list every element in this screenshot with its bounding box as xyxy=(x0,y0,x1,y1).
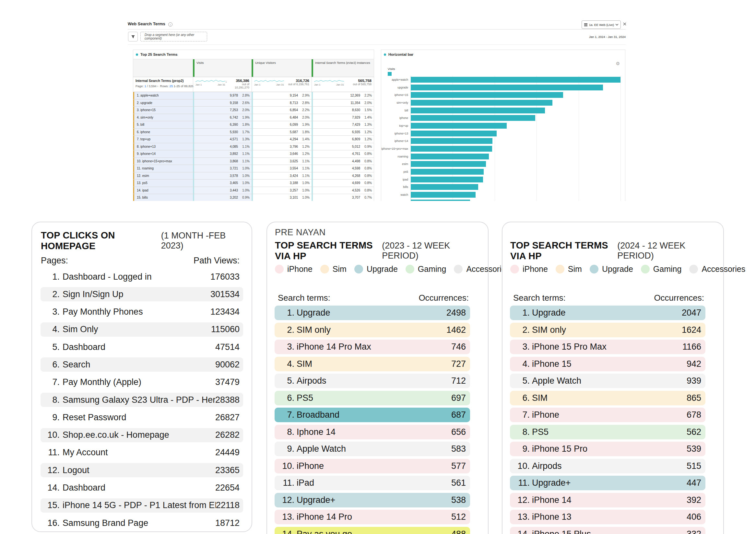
metric-pct: 1.0% xyxy=(238,166,250,170)
search-terms-list: 1.Upgrade20472.SIM only16243.iPhone 15 P… xyxy=(510,306,705,534)
legend-item: Sim xyxy=(556,265,582,274)
list-item: 9.Reset Password26827 xyxy=(40,410,243,424)
table-row[interactable]: 7. top+up4,5711.3%4,2941.4%6,8091.2% xyxy=(133,136,374,143)
column-header-instances[interactable]: Internal Search Terms (eVar2) Instances xyxy=(311,59,374,77)
visits-bar[interactable] xyxy=(411,154,489,160)
search-terms-list: 1.Upgrade24982.SIM only14623.iPhone 14 P… xyxy=(275,306,470,534)
visits-bar[interactable] xyxy=(411,123,507,129)
table-row[interactable]: 2. upgrade9,1582.6%8,7132.8%11,3542.0% xyxy=(133,99,374,107)
column-header-unique-visitors[interactable]: Unique Visitors xyxy=(252,59,311,77)
occurrences-value: 712 xyxy=(451,376,466,386)
legend-item: Upgrade xyxy=(354,265,398,274)
chart-bar-row: sim+only xyxy=(381,99,622,107)
column-header-visits[interactable]: Visits xyxy=(193,59,252,77)
table-row[interactable]: 12. esim3,5781.0%3,4241.1%4,2680.8% xyxy=(133,172,374,180)
accessories-legend-dot xyxy=(454,265,463,273)
metric-pct: 1.8% xyxy=(298,130,310,134)
page-current-link[interactable]: 1 xyxy=(144,84,146,88)
visits-bar[interactable] xyxy=(411,115,535,121)
bar-label: bill xyxy=(381,109,408,112)
visits-bar[interactable] xyxy=(411,146,492,152)
page-label: Reset Password xyxy=(63,413,215,422)
rank: 7. xyxy=(44,377,60,387)
gear-icon[interactable]: ⚙ xyxy=(616,61,620,66)
bar-track xyxy=(411,77,622,83)
table-row[interactable]: 3. iphone+157,2532.0%6,8542.2%8,6301.5% xyxy=(133,107,374,114)
close-icon[interactable] xyxy=(623,22,627,26)
visits-bar[interactable] xyxy=(411,169,484,175)
list-item: 14.Pay as you go488 xyxy=(275,527,470,534)
list-item: 11.iPad561 xyxy=(275,476,470,490)
list-item: 3.iPhone 15 Pro Max1166 xyxy=(510,340,705,354)
list-item: 12.Upgrade+538 xyxy=(275,493,470,507)
visits-bar[interactable] xyxy=(411,85,603,90)
instances-cell: 6,8091.2% xyxy=(311,136,374,143)
table-subheader-row: Internal Search Terms (prop2) Page: 1 / … xyxy=(133,77,374,92)
visits-bar[interactable] xyxy=(411,108,545,114)
instances-out-of: out of 565,758 xyxy=(353,83,371,86)
iphone-legend-dot xyxy=(510,265,519,273)
term-label: Airpods xyxy=(297,376,451,386)
visits-bar[interactable] xyxy=(411,131,497,137)
sort-descending-icon[interactable]: ↓ xyxy=(225,80,227,83)
term-label: iPhone 14 Pro Max xyxy=(297,342,451,352)
segment-drop-zone[interactable]: Drop a segment here (or any other compon… xyxy=(140,32,207,41)
visits-bar[interactable] xyxy=(411,192,475,198)
page-label: Shop.ee.co.uk - Homepage xyxy=(63,430,215,440)
table-row[interactable]: 10. iphone+15+pro+max3,8681.1%3,6251.1%4… xyxy=(133,158,374,165)
report-suite-dropdown[interactable]: 1a. EE Web (Live) xyxy=(581,20,621,29)
visits-bar[interactable] xyxy=(411,200,470,201)
visits-bar[interactable] xyxy=(411,184,478,190)
axis-end: Jan 31 xyxy=(336,83,344,86)
table-row[interactable]: 4. sim+only6,7421.9%6,4842.0%7,9291.4% xyxy=(133,114,374,121)
metric-pct: 1.0% xyxy=(238,181,250,185)
table-row[interactable]: 13. ps53,4651.0%3,1881.0%4,6990.8% xyxy=(133,180,374,187)
chart-accent-dot xyxy=(384,53,386,56)
path-views-value: 90062 xyxy=(215,360,240,370)
table-row[interactable]: 8. iphone+134,0851.1%3,7961.2%5,0120.9% xyxy=(133,143,374,151)
visits-cell: 4,0851.1% xyxy=(193,143,252,150)
date-range[interactable]: Jan 1, 2024 - Jan 31, 2024 xyxy=(589,35,626,38)
metric-value: 5,012 xyxy=(352,145,360,148)
metric-value: 6,742 xyxy=(230,116,238,119)
table-row[interactable]: 5. bill6,3901.8%6,0991.9%7,4291.3% xyxy=(133,121,374,129)
info-icon[interactable]: i xyxy=(168,22,173,27)
visits-bar[interactable] xyxy=(411,177,483,182)
segment-filter-button[interactable] xyxy=(128,32,138,41)
metric-pct: 2.0% xyxy=(360,101,372,105)
table-row[interactable]: 11. roaming3,7211.0%3,5541.1%4,5980.8% xyxy=(133,165,374,172)
metric-value: 7,253 xyxy=(230,108,238,112)
table-row[interactable]: 1. apple+watch9,9782.8%9,1542.9%12,3692.… xyxy=(133,92,374,99)
bar-track xyxy=(411,192,622,198)
table-row[interactable]: 15. bills3,2020.9%3,1011.0%3,7070.7% xyxy=(133,194,374,201)
visits-bar[interactable] xyxy=(411,100,553,106)
visits-out-of: out of 10,291,270 xyxy=(229,83,249,89)
metric-value: 11,354 xyxy=(350,101,360,105)
list-item: 1.Dashboard - Logged in176033 xyxy=(40,269,243,284)
unique-visitors-total: 316,726 xyxy=(288,79,309,83)
list-item: 5.Apple Watch939 xyxy=(510,374,705,388)
rows-value-link[interactable]: 25 xyxy=(170,84,173,88)
list-item: 3.Pay Monthly Phones123434 xyxy=(40,305,243,319)
rank: 11. xyxy=(44,447,60,458)
bar-track xyxy=(411,85,622,90)
page-label: Sign In/Sign Up xyxy=(63,289,210,299)
visits-bar[interactable] xyxy=(411,92,563,98)
visits-bar[interactable] xyxy=(411,77,620,83)
metric-pct: 1.1% xyxy=(238,152,250,156)
visits-bar[interactable] xyxy=(411,138,493,144)
table-row[interactable]: 6. iphone5,9301.7%5,6871.8%6,9351.2% xyxy=(133,129,374,136)
slide-canvas: Web Search Terms i 1a. EE Web (Live) Dro… xyxy=(0,0,756,534)
next-page-arrow[interactable]: › xyxy=(157,84,158,88)
rank: 5. xyxy=(44,342,60,352)
table-row[interactable]: 14. ipad3,4431.0%3,2571.0%4,5260.8% xyxy=(133,187,374,194)
list-item: 1.Upgrade2498 xyxy=(275,306,470,320)
visits-bar[interactable] xyxy=(411,161,486,167)
occurrences-value: 332 xyxy=(687,529,701,534)
collapse-chevron-icon[interactable] xyxy=(615,24,619,26)
accessories-legend-dot xyxy=(689,265,698,273)
legend-label: Gaming xyxy=(653,265,682,274)
table-row[interactable]: 9. iphone+143,8921.1%3,6461.2%4,7610.8% xyxy=(133,150,374,158)
unique-visitors-cell: 3,6251.1% xyxy=(252,158,311,165)
bar-label: iphone+15 xyxy=(381,93,408,96)
